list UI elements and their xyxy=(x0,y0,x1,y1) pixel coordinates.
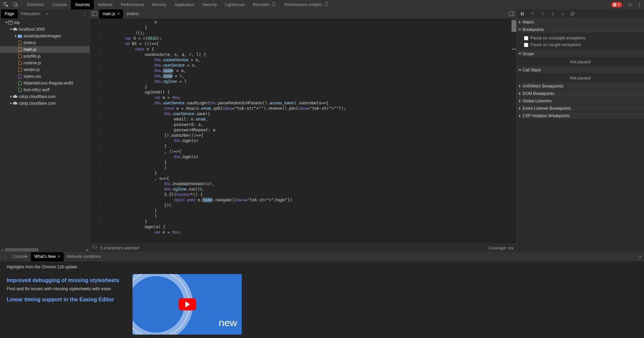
tree-row-file[interactable]: polyfills.js xyxy=(0,53,89,60)
tree-row-file[interactable]: font-mfizz.woff xyxy=(0,87,89,93)
editor-tab-index[interactable]: (index) xyxy=(123,9,142,19)
file-icon xyxy=(17,47,22,52)
pause-uncaught-checkbox[interactable]: Pause on uncaught exceptions xyxy=(524,35,642,41)
tree-row-top[interactable]: top xyxy=(0,19,89,26)
step-over-icon[interactable] xyxy=(528,9,537,19)
tree-row-folder[interactable]: assets/public/images xyxy=(0,33,89,39)
disclosure-triangle-icon xyxy=(5,21,8,24)
tab-lighthouse[interactable]: Lighthouse xyxy=(221,0,249,9)
tree-row-host[interactable]: localhost:3000 xyxy=(0,26,89,33)
pause-caught-checkbox[interactable]: Pause on caught exceptions xyxy=(524,41,642,48)
disclosure-triangle-icon xyxy=(9,28,13,31)
section-dom[interactable]: DOM Breakpoints xyxy=(517,90,644,97)
tab-performance-insights[interactable]: Performance insights xyxy=(280,0,333,9)
pretty-print-icon[interactable] xyxy=(92,245,97,251)
tab-sources[interactable]: Sources xyxy=(71,0,94,9)
drawer-body: Highlights from the Chrome 116 update Im… xyxy=(0,261,644,338)
file-icon xyxy=(17,40,22,45)
tab-network[interactable]: Network xyxy=(94,0,117,9)
folder-icon xyxy=(17,34,22,38)
device-toolbar-icon[interactable] xyxy=(11,0,20,9)
whatsnew-video-thumbnail[interactable]: new xyxy=(132,274,242,335)
code-area[interactable]: n } )(); var U = c(6630); let Bt = (()=>… xyxy=(103,19,516,244)
navigator-more-tabs-icon[interactable]: » xyxy=(43,11,51,16)
drawer-tab-whatsnew[interactable]: What's New× xyxy=(31,252,64,261)
tree-label: font-mfizz.woff xyxy=(24,88,49,92)
tab-recorder[interactable]: Recorder xyxy=(249,0,280,9)
editor-panel: main.js× (index) -----------------------… xyxy=(90,9,516,252)
tab-application[interactable]: Application xyxy=(171,0,198,9)
step-out-icon[interactable] xyxy=(548,9,557,19)
svg-point-5 xyxy=(639,4,640,5)
whatsnew-h2: Linear timing support in the Easing Edit… xyxy=(7,297,119,303)
svg-rect-11 xyxy=(509,12,514,16)
step-into-icon[interactable] xyxy=(538,9,547,19)
editor-tabbar: main.js× (index) xyxy=(90,9,516,19)
tree-row-domain[interactable]: cdnjs.cloudflare.com xyxy=(0,100,89,107)
tree-row-file[interactable]: main.js xyxy=(0,46,89,53)
drawer-menu-icon[interactable]: ⋮ xyxy=(1,254,9,259)
navigator-menu-icon[interactable]: ⋮ xyxy=(80,11,89,16)
code-content[interactable]: n } )(); var U = c(6630); let Bt = (()=>… xyxy=(103,19,516,236)
tree-row-file[interactable]: runtime.js xyxy=(0,60,89,66)
editor-vertical-scrollbar[interactable] xyxy=(512,19,516,244)
flask-icon xyxy=(324,2,329,7)
drawer-tabbar: ⋮ Console What's New× Network conditions… xyxy=(0,252,644,261)
tab-console[interactable]: Console xyxy=(48,0,71,9)
tree-row-file[interactable]: (index) xyxy=(0,39,89,46)
navigator-tab-page[interactable]: Page xyxy=(1,9,17,19)
inspect-element-icon[interactable] xyxy=(1,0,11,9)
close-icon[interactable]: × xyxy=(58,254,60,259)
drawer-tab-console[interactable]: Console xyxy=(9,252,31,261)
line-gutter: ---------------------------------------- xyxy=(90,19,103,244)
toggle-navigator-icon[interactable] xyxy=(90,9,99,19)
navigator-tab-filesystem[interactable]: Filesystem xyxy=(17,9,43,19)
close-icon[interactable]: × xyxy=(117,11,120,16)
section-breakpoints[interactable]: Breakpoints xyxy=(517,26,644,33)
editor-tab-mainjs[interactable]: main.js× xyxy=(99,9,123,19)
navigator-panel: Page Filesystem » ⋮ top localhost:3000 xyxy=(0,9,90,252)
section-csp[interactable]: CSP Violation Breakpoints xyxy=(517,112,644,120)
editor-statusbar: 5 characters selected Coverage: n/a xyxy=(90,244,516,252)
whatsnew-p1: Find and fix issues with missing stylesh… xyxy=(7,286,119,291)
tree-label: styles.css xyxy=(24,74,41,79)
devtools-top-tabbar: Elements Console Sources Network Perform… xyxy=(0,0,644,9)
tree-row-file[interactable]: styles.css xyxy=(0,73,89,80)
toggle-debugger-icon[interactable] xyxy=(507,9,516,19)
tree-label: assets/public/images xyxy=(24,34,61,38)
video-thumb-label: new xyxy=(219,317,237,329)
file-icon xyxy=(17,88,22,92)
file-icon xyxy=(17,81,22,86)
tab-security[interactable]: Security xyxy=(198,0,221,9)
section-xhr[interactable]: XHR/fetch Breakpoints xyxy=(517,82,644,90)
section-scope[interactable]: Scope xyxy=(517,50,644,58)
section-watch[interactable]: Watch xyxy=(517,19,644,26)
coverage-status: Coverage: n/a xyxy=(488,246,514,250)
cloud-icon xyxy=(13,27,17,32)
kebab-menu-icon[interactable] xyxy=(635,0,644,9)
tree-label: (index) xyxy=(24,40,36,45)
tree-row-file[interactable]: MaterialIcons-Regular.woff2 xyxy=(0,80,89,87)
drawer-close-icon[interactable]: × xyxy=(636,254,644,259)
file-icon xyxy=(17,67,22,72)
settings-gear-icon[interactable] xyxy=(625,0,635,9)
deactivate-breakpoints-icon[interactable] xyxy=(568,9,577,19)
tab-elements[interactable]: Elements xyxy=(23,0,48,9)
section-event[interactable]: Event Listener Breakpoints xyxy=(517,105,644,112)
section-callstack[interactable]: Call Stack xyxy=(517,66,644,74)
editor-body: ----------------------------------------… xyxy=(90,19,516,244)
pause-icon[interactable] xyxy=(518,9,527,19)
tree-row-domain[interactable]: cdnjs.cloudflare.com xyxy=(0,93,89,100)
navigator-horizontal-scrollbar[interactable]: ◂▸ xyxy=(0,248,89,252)
whatsnew-heading: Highlights from the Chrome 116 update xyxy=(7,265,637,269)
sources-main-area: Page Filesystem » ⋮ top localhost:3000 xyxy=(0,9,644,252)
section-global[interactable]: Global Listeners xyxy=(517,97,644,105)
error-count-badge[interactable]: 1 xyxy=(611,2,622,7)
svg-rect-7 xyxy=(8,21,12,24)
tree-row-file[interactable]: vendor.js xyxy=(0,66,89,73)
drawer-tab-network-conditions[interactable]: Network conditions xyxy=(64,252,104,261)
tab-memory[interactable]: Memory xyxy=(148,0,171,9)
tab-performance[interactable]: Performance xyxy=(117,0,148,9)
debugger-sidebar: Watch Breakpoints Pause on uncaught exce… xyxy=(516,9,644,252)
step-icon[interactable] xyxy=(558,9,567,19)
